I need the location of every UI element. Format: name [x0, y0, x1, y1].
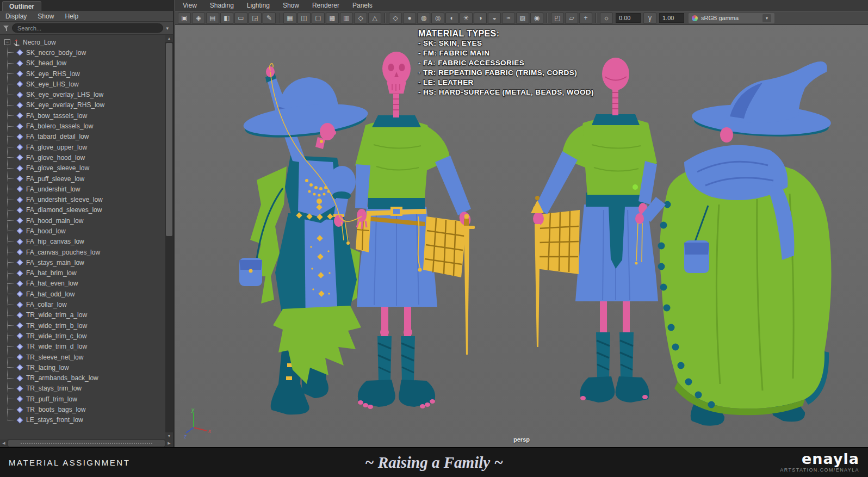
- scrollbar-thumb[interactable]: [8, 440, 165, 447]
- view-transform-dropdown[interactable]: sRGB gamma ▾: [689, 13, 774, 23]
- wireframe-icon[interactable]: ◇: [389, 13, 402, 24]
- viewport-menu-item[interactable]: Shading: [210, 2, 234, 9]
- outliner-item[interactable]: SK_eye_LHS_low: [7, 79, 173, 89]
- mesh-icon: [16, 395, 23, 403]
- lights-icon[interactable]: ☀: [460, 13, 473, 24]
- outliner-item[interactable]: SK_necro_body_low: [7, 47, 173, 58]
- outliner-item[interactable]: FA_canvas_pouches_low: [7, 247, 173, 257]
- outliner-item[interactable]: FA_collar_low: [7, 299, 173, 309]
- outliner-item[interactable]: FA_undershirt_low: [7, 184, 173, 194]
- gate-mask-icon[interactable]: ▩: [326, 13, 339, 24]
- select-camera-icon[interactable]: ▣: [178, 13, 191, 24]
- field-chart-icon[interactable]: ▥: [340, 13, 353, 24]
- scroll-right-icon[interactable]: ▶: [165, 439, 173, 447]
- camera-attributes-icon[interactable]: ▤: [206, 13, 219, 24]
- grid-icon[interactable]: ▦: [283, 13, 296, 24]
- outliner-item[interactable]: SK_eye_RHS_low: [7, 69, 173, 79]
- outliner-menu-item[interactable]: Display: [5, 13, 27, 20]
- exposure-icon[interactable]: ☼: [600, 13, 613, 24]
- outliner-item[interactable]: SK_eye_overlay_RHS_low: [7, 100, 173, 110]
- outliner-item[interactable]: TR_stays_trim_low: [7, 383, 173, 394]
- default-material-icon[interactable]: ◐: [445, 13, 458, 24]
- grease-pencil-icon[interactable]: ✎: [263, 13, 276, 24]
- outliner-menu-item[interactable]: Help: [65, 13, 78, 20]
- ambient-occlusion-icon[interactable]: ◒: [488, 13, 501, 24]
- viewport-3d-canvas[interactable]: MATERIAL TYPES: - SK: SKIN, EYES- FM: FA…: [175, 25, 868, 447]
- outliner-item[interactable]: FA_glove_hood_low: [7, 152, 173, 163]
- isolate-select-icon[interactable]: ◰: [551, 13, 564, 24]
- viewport-menu-item[interactable]: Lighting: [247, 2, 270, 9]
- outliner-item[interactable]: TR_sleeve_net_low: [7, 352, 173, 362]
- outliner-item[interactable]: FA_puff_sleeve_low: [7, 174, 173, 184]
- scroll-left-icon[interactable]: ◀: [0, 439, 8, 447]
- view-transform-value: sRGB gamma: [701, 15, 739, 21]
- bookmarks-icon[interactable]: ◧: [220, 13, 233, 24]
- image-plane-icon[interactable]: ▭: [234, 13, 247, 24]
- outliner-item[interactable]: FA_hood_low: [7, 226, 173, 236]
- depth-of-field-icon[interactable]: ◉: [530, 13, 543, 24]
- collapse-expander-icon[interactable]: −: [4, 39, 10, 45]
- outliner-item[interactable]: TR_wide_trim_b_low: [7, 320, 173, 331]
- node-label: FA_hip_canvas_low: [26, 238, 84, 245]
- y-axis-label: y: [191, 408, 195, 413]
- safe-action-icon[interactable]: ◇: [354, 13, 367, 24]
- pan-zoom-icon[interactable]: ◲: [249, 13, 262, 24]
- viewport-menu-item[interactable]: Show: [283, 2, 299, 9]
- tree-branch-line: [7, 210, 14, 210]
- node-label: TR_stays_trim_low: [26, 385, 82, 392]
- node-label: FA_glove_sleeve_low: [26, 164, 89, 172]
- outliner-root-item[interactable]: − Necro_Low: [0, 37, 173, 47]
- outliner-item[interactable]: SK_eye_overlay_LHS_low: [7, 89, 173, 100]
- resolution-gate-icon[interactable]: ▢: [312, 13, 325, 24]
- outliner-item[interactable]: FA_hat_odd_low: [7, 289, 173, 299]
- x-ray-icon[interactable]: ▱: [565, 13, 578, 24]
- outliner-item[interactable]: TR_wide_trim_a_low: [7, 310, 173, 320]
- viewport-menu-item[interactable]: Renderer: [312, 2, 339, 9]
- outliner-item[interactable]: FA_glove_upper_low: [7, 142, 173, 152]
- outliner-item[interactable]: TR_lacing_low: [7, 362, 173, 373]
- viewport-menu-item[interactable]: View: [183, 2, 197, 9]
- outliner-item[interactable]: FA_hat_brim_low: [7, 268, 173, 278]
- chevron-down-icon[interactable]: ▾: [166, 26, 170, 31]
- wireframe-on-shaded-icon[interactable]: ◎: [431, 13, 444, 24]
- filter-icon[interactable]: [3, 25, 9, 31]
- outliner-item[interactable]: TR_wide_trim_d_low: [7, 342, 173, 352]
- shadows-icon[interactable]: ◑: [474, 13, 487, 24]
- gamma-field[interactable]: 1.00: [659, 13, 684, 23]
- outliner-vertical-scrollbar[interactable]: ▲ ▼: [165, 35, 173, 439]
- outliner-item[interactable]: FA_bow_tassels_low: [7, 110, 173, 121]
- anti-aliasing-icon[interactable]: ▨: [516, 13, 529, 24]
- outliner-horizontal-scrollbar[interactable]: ◀ ▶: [0, 439, 173, 447]
- outliner-item[interactable]: LE_stays_front_low: [7, 415, 173, 425]
- outliner-item[interactable]: FA_diamond_sleeves_low: [7, 205, 173, 215]
- outliner-item[interactable]: FA_stays_main_low: [7, 257, 173, 268]
- viewport-menu-item[interactable]: Panels: [352, 2, 373, 9]
- outliner-item[interactable]: TR_wide_trim_c_low: [7, 331, 173, 341]
- scrollbar-thumb[interactable]: [166, 43, 172, 236]
- outliner-item[interactable]: FA_bolero_tassels_low: [7, 121, 173, 131]
- search-input[interactable]: [12, 23, 163, 33]
- outliner-item[interactable]: FA_hat_even_low: [7, 278, 173, 289]
- outliner-item[interactable]: FA_undershirt_sleeve_low: [7, 194, 173, 205]
- safe-title-icon[interactable]: △: [368, 13, 381, 24]
- outliner-item[interactable]: TR_boots_bags_low: [7, 404, 173, 414]
- outliner-menu-item[interactable]: Show: [38, 13, 54, 20]
- scroll-up-icon[interactable]: ▲: [165, 35, 173, 42]
- x-ray-joints-icon[interactable]: +: [579, 13, 592, 24]
- outliner-item[interactable]: FA_tabard_detail_low: [7, 132, 173, 142]
- outliner-item[interactable]: FA_hip_canvas_low: [7, 237, 173, 247]
- motion-blur-icon[interactable]: ≈: [502, 13, 515, 24]
- outliner-item[interactable]: TR_puff_trim_low: [7, 394, 173, 404]
- outliner-item[interactable]: FA_glove_sleeve_low: [7, 163, 173, 174]
- shaded-icon[interactable]: ●: [403, 13, 416, 24]
- mesh-icon: [16, 59, 23, 67]
- outliner-item[interactable]: TR_armbands_back_low: [7, 373, 173, 383]
- film-gate-icon[interactable]: ◫: [297, 13, 311, 24]
- gamma-icon[interactable]: γ: [643, 13, 656, 24]
- outliner-item[interactable]: FA_hood_main_low: [7, 215, 173, 226]
- lock-camera-icon[interactable]: ◈: [192, 13, 205, 24]
- scroll-down-icon[interactable]: ▼: [165, 432, 173, 439]
- exposure-field[interactable]: 0.00: [616, 13, 641, 23]
- outliner-item[interactable]: SK_head_low: [7, 58, 173, 69]
- textured-icon[interactable]: ◍: [417, 13, 430, 24]
